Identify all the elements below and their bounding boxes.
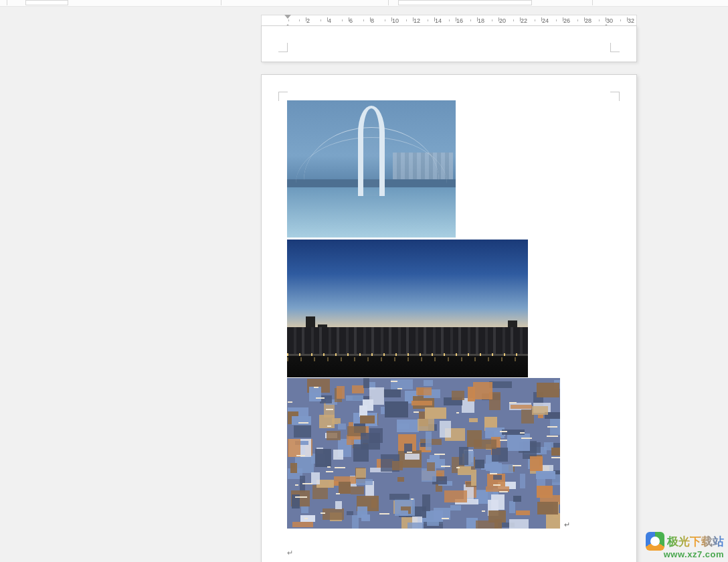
ruler-label: 26 [563, 17, 570, 24]
page-content[interactable]: ↵ [287, 100, 611, 529]
ruler-label: 12 [414, 17, 420, 24]
ruler-label: 20 [499, 17, 506, 24]
inserted-image-bluecity[interactable] [287, 378, 560, 529]
ruler-label: 2 [306, 17, 310, 24]
ruler-label: 6 [349, 17, 353, 24]
ruler-label: 28 [585, 17, 592, 24]
toolbar-strip [0, 0, 728, 7]
paragraph-mark-icon: ↵ [564, 521, 570, 529]
previous-page-edge [261, 25, 637, 62]
inserted-image-skyline[interactable] [287, 240, 528, 377]
ruler-label: 14 [435, 17, 442, 24]
ruler-label: 8 [371, 17, 374, 24]
ruler-label: 10 [392, 17, 399, 24]
ruler-label: 22 [521, 17, 527, 24]
ruler-label: 24 [542, 17, 549, 24]
document-page[interactable]: ↵ ↵ 2 [261, 74, 637, 562]
ruler-label: 30 [606, 17, 613, 24]
line-break-mark-icon: ↵ [287, 549, 293, 557]
ruler-label: 18 [478, 17, 484, 24]
ruler-label: 4 [328, 17, 331, 24]
first-line-indent-marker[interactable] [284, 15, 291, 19]
inserted-image-bridge[interactable] [287, 100, 456, 238]
ruler-label: 32 [628, 17, 634, 24]
document-area[interactable]: 2468101214161820222426283032 [0, 7, 728, 562]
ruler-label: 16 [456, 17, 463, 24]
